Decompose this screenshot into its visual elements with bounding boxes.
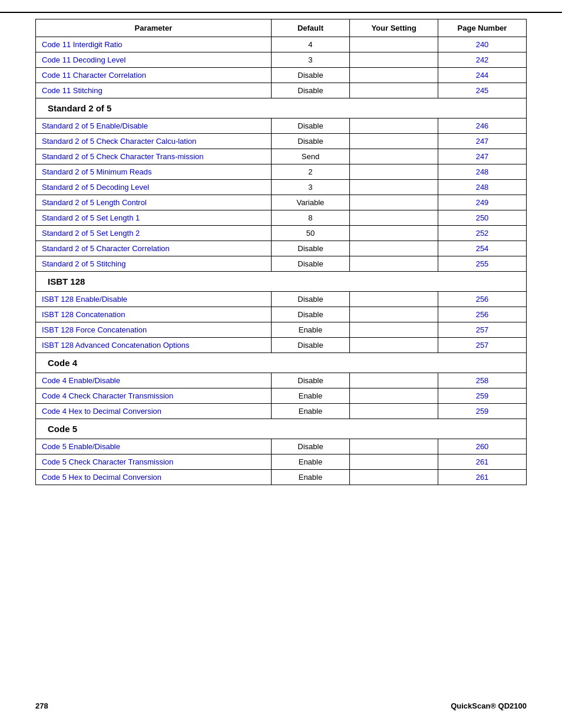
- param-name[interactable]: Code 11 Interdigit Ratio: [36, 37, 272, 52]
- page-link[interactable]: 247: [476, 137, 489, 146]
- page-number-cell[interactable]: 248: [438, 180, 527, 195]
- page-link[interactable]: 240: [476, 40, 489, 49]
- page-link[interactable]: 254: [476, 244, 489, 253]
- page-number-cell[interactable]: 245: [438, 83, 527, 98]
- param-name[interactable]: Standard 2 of 5 Enable/Disable: [36, 118, 272, 134]
- page-number-cell[interactable]: 249: [438, 195, 527, 210]
- page-link[interactable]: 258: [476, 376, 489, 385]
- param-name[interactable]: Code 11 Character Correlation: [36, 68, 272, 83]
- your-setting-cell[interactable]: [350, 149, 438, 164]
- param-link[interactable]: Code 11 Decoding Level: [42, 55, 125, 64]
- param-link[interactable]: Standard 2 of 5 Minimum Reads: [42, 167, 151, 176]
- page-link[interactable]: 245: [476, 86, 489, 95]
- page-number-cell[interactable]: 261: [438, 454, 527, 470]
- page-link[interactable]: 259: [476, 407, 489, 416]
- your-setting-cell[interactable]: [350, 164, 438, 180]
- page-link[interactable]: 257: [476, 341, 489, 350]
- page-link[interactable]: 257: [476, 325, 489, 334]
- param-link[interactable]: Standard 2 of 5 Check Character Trans-mi…: [42, 152, 204, 161]
- param-link[interactable]: Code 4 Hex to Decimal Conversion: [42, 407, 161, 416]
- page-number-cell[interactable]: 246: [438, 118, 527, 134]
- page-number-cell[interactable]: 247: [438, 149, 527, 164]
- page-number-cell[interactable]: 252: [438, 226, 527, 241]
- param-link[interactable]: Code 5 Enable/Disable: [42, 442, 120, 451]
- param-name[interactable]: Standard 2 of 5 Set Length 1: [36, 210, 272, 226]
- page-number-cell[interactable]: 242: [438, 52, 527, 68]
- param-name[interactable]: ISBT 128 Concatenation: [36, 307, 272, 322]
- your-setting-cell[interactable]: [350, 83, 438, 98]
- page-link[interactable]: 248: [476, 167, 489, 176]
- param-name[interactable]: ISBT 128 Advanced Concatenation Options: [36, 338, 272, 353]
- page-number-cell[interactable]: 255: [438, 256, 527, 272]
- param-link[interactable]: Standard 2 of 5 Length Control: [42, 198, 147, 207]
- page-link[interactable]: 261: [476, 473, 489, 482]
- page-link[interactable]: 247: [476, 152, 489, 161]
- param-link[interactable]: Standard 2 of 5 Enable/Disable: [42, 121, 148, 130]
- param-name[interactable]: Standard 2 of 5 Check Character Trans-mi…: [36, 149, 272, 164]
- page-link[interactable]: 246: [476, 121, 489, 130]
- param-name[interactable]: Standard 2 of 5 Check Character Calcu-la…: [36, 134, 272, 149]
- page-number-cell[interactable]: 256: [438, 292, 527, 307]
- your-setting-cell[interactable]: [350, 180, 438, 195]
- page-number-cell[interactable]: 259: [438, 388, 527, 404]
- your-setting-cell[interactable]: [350, 439, 438, 454]
- param-name[interactable]: Code 4 Enable/Disable: [36, 373, 272, 388]
- your-setting-cell[interactable]: [350, 373, 438, 388]
- param-name[interactable]: Standard 2 of 5 Length Control: [36, 195, 272, 210]
- your-setting-cell[interactable]: [350, 195, 438, 210]
- page-number-cell[interactable]: 257: [438, 322, 527, 338]
- param-link[interactable]: Code 5 Hex to Decimal Conversion: [42, 473, 161, 482]
- page-link[interactable]: 250: [476, 213, 489, 222]
- page-number-cell[interactable]: 248: [438, 164, 527, 180]
- page-number-cell[interactable]: 260: [438, 439, 527, 454]
- your-setting-cell[interactable]: [350, 52, 438, 68]
- your-setting-cell[interactable]: [350, 404, 438, 419]
- param-link[interactable]: Code 4 Check Character Transmission: [42, 391, 173, 400]
- page-number-cell[interactable]: 244: [438, 68, 527, 83]
- your-setting-cell[interactable]: [350, 210, 438, 226]
- your-setting-cell[interactable]: [350, 292, 438, 307]
- your-setting-cell[interactable]: [350, 118, 438, 134]
- param-link[interactable]: Code 4 Enable/Disable: [42, 376, 120, 385]
- page-number-cell[interactable]: 247: [438, 134, 527, 149]
- page-link[interactable]: 256: [476, 310, 489, 319]
- param-link[interactable]: ISBT 128 Enable/Disable: [42, 295, 127, 304]
- page-number-cell[interactable]: 256: [438, 307, 527, 322]
- your-setting-cell[interactable]: [350, 37, 438, 52]
- param-name[interactable]: Standard 2 of 5 Decoding Level: [36, 180, 272, 195]
- your-setting-cell[interactable]: [350, 256, 438, 272]
- your-setting-cell[interactable]: [350, 388, 438, 404]
- param-link[interactable]: Standard 2 of 5 Set Length 1: [42, 213, 140, 222]
- param-link[interactable]: Standard 2 of 5 Decoding Level: [42, 183, 149, 192]
- page-link[interactable]: 261: [476, 457, 489, 466]
- your-setting-cell[interactable]: [350, 134, 438, 149]
- your-setting-cell[interactable]: [350, 226, 438, 241]
- param-name[interactable]: ISBT 128 Enable/Disable: [36, 292, 272, 307]
- your-setting-cell[interactable]: [350, 241, 438, 256]
- param-name[interactable]: Standard 2 of 5 Character Correlation: [36, 241, 272, 256]
- param-link[interactable]: ISBT 128 Advanced Concatenation Options: [42, 341, 190, 350]
- param-link[interactable]: ISBT 128 Force Concatenation: [42, 325, 147, 334]
- param-name[interactable]: Code 5 Check Character Transmission: [36, 454, 272, 470]
- page-link[interactable]: 248: [476, 183, 489, 192]
- param-name[interactable]: Standard 2 of 5 Set Length 2: [36, 226, 272, 241]
- page-link[interactable]: 244: [476, 71, 489, 80]
- page-number-cell[interactable]: 261: [438, 470, 527, 485]
- your-setting-cell[interactable]: [350, 68, 438, 83]
- your-setting-cell[interactable]: [350, 307, 438, 322]
- param-link[interactable]: Standard 2 of 5 Check Character Calcu-la…: [42, 137, 196, 146]
- param-link[interactable]: Code 11 Character Correlation: [42, 71, 146, 80]
- your-setting-cell[interactable]: [350, 454, 438, 470]
- page-link[interactable]: 260: [476, 442, 489, 451]
- param-name[interactable]: Code 4 Check Character Transmission: [36, 388, 272, 404]
- param-name[interactable]: Standard 2 of 5 Minimum Reads: [36, 164, 272, 180]
- page-number-cell[interactable]: 257: [438, 338, 527, 353]
- page-number-cell[interactable]: 250: [438, 210, 527, 226]
- page-number-cell[interactable]: 240: [438, 37, 527, 52]
- page-link[interactable]: 249: [476, 198, 489, 207]
- param-name[interactable]: ISBT 128 Force Concatenation: [36, 322, 272, 338]
- page-link[interactable]: 256: [476, 295, 489, 304]
- param-link[interactable]: Code 5 Check Character Transmission: [42, 457, 173, 466]
- param-link[interactable]: Standard 2 of 5 Character Correlation: [42, 244, 170, 253]
- param-link[interactable]: ISBT 128 Concatenation: [42, 310, 125, 319]
